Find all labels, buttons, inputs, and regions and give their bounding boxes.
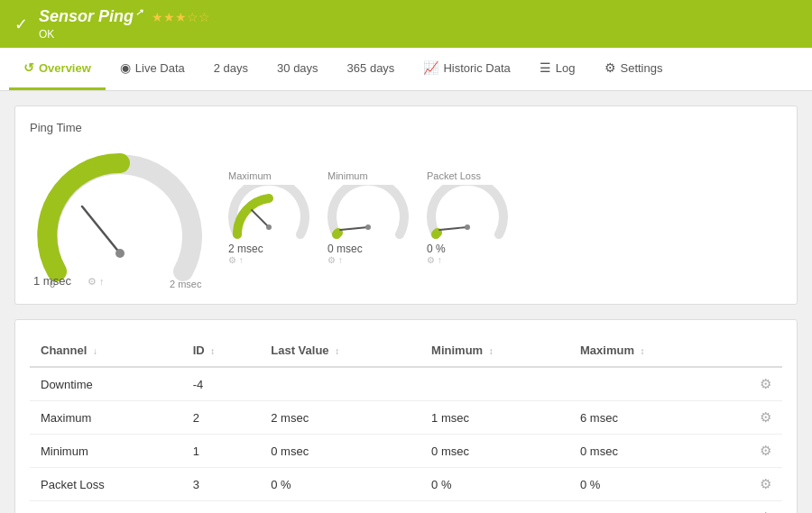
small-gauge-maximum-title: Maximum <box>228 170 272 181</box>
cell-maximum: 2 msec <box>569 501 723 514</box>
external-link-icon: ↗ <box>135 7 143 17</box>
cell-maximum <box>569 367 723 401</box>
cell-id: 1 <box>182 435 261 468</box>
small-gauges-group: Maximum 2 msec ⚙ ↑ Minimum <box>228 170 508 265</box>
tab-overview-label: Overview <box>39 61 91 75</box>
tab-30days-label: 30 days <box>277 61 318 75</box>
sort-minimum-icon: ↕ <box>489 346 494 356</box>
svg-point-9 <box>465 224 470 230</box>
small-gauge-maximum-svg <box>228 185 309 239</box>
cell-maximum: 0 msec <box>569 435 723 468</box>
table-row: Packet Loss 3 0 % 0 % 0 % ⚙ <box>30 468 782 501</box>
cell-actions[interactable]: ⚙ <box>723 401 782 435</box>
cell-minimum <box>420 367 569 401</box>
tab-365days-label: 365 days <box>347 61 395 75</box>
sort-maximum-icon: ↕ <box>641 346 645 356</box>
tab-2days[interactable]: 2 days <box>199 49 263 90</box>
tab-live-data[interactable]: ◉ Live Data <box>106 48 199 90</box>
row-settings-icon[interactable]: ⚙ <box>760 509 771 513</box>
cell-id: -4 <box>182 367 261 401</box>
tab-overview[interactable]: ↺ Overview <box>9 48 106 90</box>
gauge-card: 0 2 msec 1 msec ⚙ ↑ Maximum <box>30 145 782 289</box>
small-gauge-minimum-value: 0 msec <box>328 243 363 255</box>
log-icon: ☰ <box>540 60 551 75</box>
tab-settings[interactable]: ⚙ Settings <box>590 48 678 90</box>
small-gauge-maximum-value: 2 msec <box>228 243 263 255</box>
status-check-icon: ✓ <box>14 14 28 34</box>
channels-table: Channel ↓ ID ↕ Last Value ↕ Minimum ↕ <box>30 334 782 513</box>
sort-id-icon: ↕ <box>210 346 215 356</box>
svg-point-7 <box>365 224 371 230</box>
cell-minimum: 0 % <box>420 468 569 501</box>
cell-last-value: 0 % <box>260 468 420 501</box>
sort-last-value-icon: ↕ <box>335 346 339 356</box>
tab-2days-label: 2 days <box>214 61 248 75</box>
sensor-status: OK <box>39 28 210 41</box>
cell-actions[interactable]: ⚙ <box>723 468 782 501</box>
small-gauge-packet-loss-icons: ⚙ ↑ <box>427 255 442 265</box>
app-header: ✓ Sensor Ping↗ ★★★☆☆ OK <box>0 0 812 48</box>
row-settings-icon[interactable]: ⚙ <box>760 476 771 491</box>
tab-log[interactable]: ☰ Log <box>525 48 590 90</box>
svg-text:2 msec: 2 msec <box>170 279 202 289</box>
cell-channel: Maximum <box>30 401 182 435</box>
tab-live-data-label: Live Data <box>135 61 185 75</box>
svg-line-4 <box>252 210 269 227</box>
small-gauge-minimum: Minimum 0 msec ⚙ ↑ <box>328 170 409 265</box>
cell-minimum: 0 msec <box>420 501 569 514</box>
row-settings-icon[interactable]: ⚙ <box>760 443 771 458</box>
cell-minimum: 1 msec <box>420 401 569 435</box>
cell-last-value: 0 msec <box>260 435 420 468</box>
cell-id: 0 <box>182 501 261 514</box>
cell-actions[interactable]: ⚙ <box>723 367 782 401</box>
row-settings-icon[interactable]: ⚙ <box>760 376 771 391</box>
rating-stars: ★★★☆☆ <box>152 10 210 24</box>
ping-time-title: Ping Time <box>30 121 782 134</box>
table-row: Maximum 2 2 msec 1 msec 6 msec ⚙ <box>30 401 782 435</box>
svg-line-8 <box>439 227 467 230</box>
th-minimum[interactable]: Minimum ↕ <box>420 334 569 367</box>
svg-line-0 <box>82 206 120 253</box>
cell-maximum: 0 % <box>569 468 723 501</box>
tab-historic-data[interactable]: 📈 Historic Data <box>409 48 524 90</box>
svg-point-1 <box>115 249 125 258</box>
cell-channel: Downtime <box>30 367 182 401</box>
data-table-card: Channel ↓ ID ↕ Last Value ↕ Minimum ↕ <box>14 319 798 513</box>
th-channel[interactable]: Channel ↓ <box>30 334 182 367</box>
cell-maximum: 6 msec <box>569 401 723 435</box>
small-gauge-minimum-svg <box>328 185 409 239</box>
historic-data-icon: 📈 <box>423 60 438 75</box>
cell-channel: Packet Loss <box>30 468 182 501</box>
cell-last-value: 1 msec <box>260 501 420 514</box>
tab-log-label: Log <box>556 61 576 75</box>
tab-365days[interactable]: 365 days <box>333 49 410 90</box>
cell-actions[interactable]: ⚙ <box>723 501 782 514</box>
cell-actions[interactable]: ⚙ <box>723 435 782 468</box>
th-last-value[interactable]: Last Value ↕ <box>260 334 420 367</box>
small-gauge-packet-loss-svg <box>427 185 508 239</box>
table-row: Minimum 1 0 msec 0 msec 0 msec ⚙ <box>30 435 782 468</box>
cell-id: 2 <box>182 401 261 435</box>
settings-icon: ⚙ <box>604 60 616 75</box>
tab-settings-label: Settings <box>621 61 663 75</box>
th-id[interactable]: ID ↕ <box>182 334 261 367</box>
sort-channel-icon: ↓ <box>93 346 97 356</box>
svg-line-6 <box>340 227 368 230</box>
main-gauge: 0 2 msec 1 msec ⚙ ↑ <box>30 145 210 289</box>
tab-30days[interactable]: 30 days <box>263 49 333 90</box>
cell-last-value: 2 msec <box>260 401 420 435</box>
cell-minimum: 0 msec <box>420 435 569 468</box>
th-actions <box>723 334 782 367</box>
navigation-tabs: ↺ Overview ◉ Live Data 2 days 30 days 36… <box>0 48 812 91</box>
table-row: Ping Time 0 1 msec 0 msec 2 msec ⚙ <box>30 501 782 514</box>
small-gauge-minimum-icons: ⚙ ↑ <box>328 255 343 265</box>
cell-id: 3 <box>182 468 261 501</box>
small-gauge-minimum-title: Minimum <box>328 170 368 181</box>
th-maximum[interactable]: Maximum ↕ <box>569 334 723 367</box>
tab-historic-data-label: Historic Data <box>443 61 510 75</box>
small-gauge-maximum-icons: ⚙ ↑ <box>228 255 244 265</box>
ping-time-card: Ping Time 0 2 msec 1 mse <box>14 105 798 305</box>
row-settings-icon[interactable]: ⚙ <box>760 409 771 425</box>
cell-channel: Ping Time <box>30 501 182 514</box>
small-gauge-packet-loss: Packet Loss 0 % ⚙ ↑ <box>427 170 508 265</box>
